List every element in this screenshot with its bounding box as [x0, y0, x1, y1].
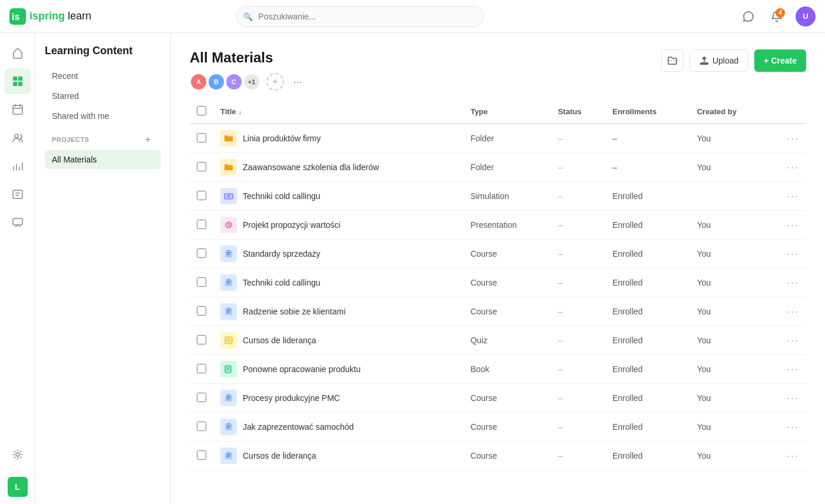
- row-checkbox-4[interactable]: [197, 248, 206, 258]
- avatar-3: C: [225, 73, 243, 91]
- row-checkbox-cell-10: [190, 413, 213, 442]
- sidebar-icon-messages[interactable]: [5, 210, 31, 236]
- sidebar-item-shared[interactable]: Shared with me: [45, 107, 161, 125]
- row-checkbox-2[interactable]: [197, 191, 206, 200]
- avatars-row: A B C +1 + ···: [190, 73, 306, 91]
- row-more-button-8[interactable]: ···: [768, 355, 806, 384]
- row-enrollments-1: –: [605, 153, 690, 182]
- sidebar-item-starred[interactable]: Starred: [45, 87, 161, 105]
- table-row: Jak zaprezentować samochód Course – Enro…: [190, 413, 806, 442]
- row-checkbox-1[interactable]: [197, 162, 206, 171]
- row-more-button-10[interactable]: ···: [768, 413, 806, 442]
- svg-point-10: [16, 453, 19, 456]
- table-row: Ponowne opracowanie produktu Book – Enro…: [190, 355, 806, 384]
- svg-rect-9: [13, 218, 22, 225]
- row-checkbox-8[interactable]: [197, 364, 206, 373]
- folder-view-button[interactable]: [661, 49, 684, 72]
- row-checkbox-7[interactable]: [197, 335, 206, 344]
- sidebar-icon-home[interactable]: [5, 40, 31, 66]
- user-avatar-top[interactable]: U: [796, 6, 816, 26]
- sidebar-icon-content[interactable]: [5, 68, 31, 94]
- sidebar-section-title: Learning Content: [45, 45, 161, 57]
- notification-badge: 4: [776, 8, 785, 18]
- add-project-button[interactable]: +: [142, 134, 154, 145]
- select-all-checkbox[interactable]: [197, 106, 206, 115]
- row-title-cell-8: Ponowne opracowanie produktu: [213, 355, 463, 384]
- row-status-3: –: [551, 211, 605, 240]
- sidebar-item-recent[interactable]: Recent: [45, 67, 161, 85]
- create-button[interactable]: + Create: [754, 49, 806, 72]
- row-type-2: Simulation: [463, 182, 551, 211]
- avatar-count: +1: [243, 73, 260, 91]
- user-avatar-initial: U: [803, 12, 808, 21]
- svg-point-7: [15, 134, 18, 138]
- row-checkbox-cell-7: [190, 326, 213, 355]
- row-title-cell-9: Procesy produkcyjne PMC: [213, 384, 463, 413]
- row-checkbox-9[interactable]: [197, 393, 206, 402]
- row-checkbox-6[interactable]: [197, 306, 206, 316]
- header-status: Status: [551, 100, 605, 124]
- row-more-button-5[interactable]: ···: [768, 268, 806, 297]
- user-initial: L: [15, 482, 20, 492]
- row-enrollments-3: Enrolled: [605, 211, 690, 240]
- header-enrollments: Enrollments: [605, 100, 690, 124]
- sidebar-item-all-materials[interactable]: All Materials: [45, 150, 161, 169]
- chat-icon-button[interactable]: [739, 7, 758, 26]
- row-title-text-6: Radzenie sobie ze klientami: [243, 307, 345, 316]
- row-more-button-0[interactable]: ···: [768, 124, 806, 153]
- row-created-by-5: You: [690, 268, 768, 297]
- row-type-5: Course: [463, 268, 551, 297]
- row-checkbox-cell-0: [190, 124, 213, 153]
- row-more-button-4[interactable]: ···: [768, 240, 806, 268]
- content-header: All Materials A B C +1 + ··· Upload: [190, 49, 806, 91]
- row-created-by-7: You: [690, 326, 768, 355]
- row-type-3: Presentation: [463, 211, 551, 240]
- row-more-button-3[interactable]: ···: [768, 211, 806, 240]
- sidebar-icon-analytics[interactable]: [5, 153, 31, 179]
- row-more-button-9[interactable]: ···: [768, 384, 806, 413]
- row-icon-3: [220, 217, 237, 233]
- more-options-button[interactable]: ···: [289, 73, 306, 91]
- user-avatar-sidebar[interactable]: L: [8, 477, 28, 497]
- row-more-button-6[interactable]: ···: [768, 297, 806, 326]
- row-icon-1: [220, 159, 237, 175]
- topbar: is ispring learn 🔍 4 U: [0, 0, 825, 33]
- table-row: Projekt propozycji wartości Presentation…: [190, 211, 806, 240]
- row-created-by-6: You: [690, 297, 768, 326]
- upload-button[interactable]: Upload: [689, 49, 748, 72]
- row-checkbox-5[interactable]: [197, 277, 206, 287]
- row-more-button-11[interactable]: ···: [768, 442, 806, 470]
- sidebar-icon-users[interactable]: [5, 125, 31, 151]
- sidebar-icon-settings[interactable]: [5, 442, 31, 467]
- row-title-cell-11: Cursos de liderança: [213, 442, 463, 470]
- row-more-button-2[interactable]: ···: [768, 182, 806, 211]
- sidebar-icon-calendar[interactable]: [5, 97, 31, 122]
- add-avatar-button[interactable]: +: [266, 73, 284, 91]
- svg-rect-3: [18, 77, 22, 81]
- table-row: Zaawansowane szkolenia dla liderów Folde…: [190, 153, 806, 182]
- row-created-by-4: You: [690, 240, 768, 268]
- search-input[interactable]: [236, 6, 484, 27]
- row-created-by-2: [690, 182, 768, 211]
- main-content: All Materials A B C +1 + ··· Upload: [171, 33, 825, 504]
- sidebar-icon-schedule[interactable]: [5, 181, 31, 207]
- row-created-by-9: You: [690, 384, 768, 413]
- row-title-cell-6: Radzenie sobie ze klientami: [213, 297, 463, 326]
- icon-sidebar: L: [0, 33, 35, 504]
- header-title: Title ↓: [213, 100, 463, 124]
- row-checkbox-11[interactable]: [197, 450, 206, 460]
- row-title-text-7: Cursos de liderança: [243, 336, 316, 345]
- row-checkbox-3[interactable]: [197, 220, 206, 229]
- row-icon-7: [220, 332, 237, 349]
- row-type-0: Folder: [463, 124, 551, 153]
- row-more-button-1[interactable]: ···: [768, 153, 806, 182]
- logo-icon: is: [9, 8, 26, 25]
- projects-label: PROJECTS: [52, 136, 89, 143]
- notifications-icon-button[interactable]: 4: [767, 7, 786, 26]
- row-more-button-7[interactable]: ···: [768, 326, 806, 355]
- row-checkbox-10[interactable]: [197, 422, 206, 431]
- table-row: Standardy sprzedaży Course – Enrolled Yo…: [190, 240, 806, 268]
- row-title-cell-2: Techniki cold callingu: [213, 182, 463, 211]
- row-checkbox-0[interactable]: [197, 133, 206, 142]
- table-row: Radzenie sobie ze klientami Course – Enr…: [190, 297, 806, 326]
